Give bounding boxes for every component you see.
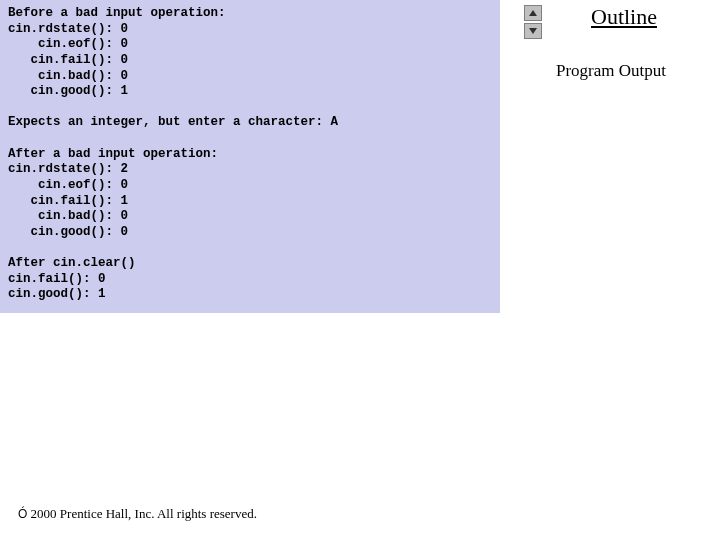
outline-nav-buttons [524, 5, 542, 39]
block2-line: cin.fail(): 1 [8, 194, 128, 208]
block1-line: cin.bad(): 0 [8, 69, 128, 83]
block3-header: After cin.clear() [8, 256, 136, 270]
prompt-line: Expects an integer, but enter a characte… [8, 115, 338, 129]
block1-line: cin.good(): 1 [8, 84, 128, 98]
block3-line: cin.fail(): 0 [8, 272, 106, 286]
svg-marker-0 [529, 10, 537, 16]
footer-text: 2000 Prentice Hall, Inc. All rights rese… [31, 506, 257, 521]
code-block: Before a bad input operation: cin.rdstat… [8, 6, 492, 303]
block2-line: cin.good(): 0 [8, 225, 128, 239]
block2-line: cin.rdstate(): 2 [8, 162, 128, 176]
block3-line: cin.good(): 1 [8, 287, 106, 301]
block2-line: cin.eof(): 0 [8, 178, 128, 192]
outline-prev-button[interactable] [524, 5, 542, 21]
footer-copyright: Ó 2000 Prentice Hall, Inc. All rights re… [18, 506, 257, 522]
outline-title[interactable]: Outline [548, 4, 720, 30]
svg-marker-1 [529, 28, 537, 34]
block1-line: cin.rdstate(): 0 [8, 22, 128, 36]
block2-line: cin.bad(): 0 [8, 209, 128, 223]
copyright-icon: Ó [18, 507, 27, 521]
triangle-up-icon [528, 9, 538, 17]
block1-line: cin.fail(): 0 [8, 53, 128, 67]
block1-line: cin.eof(): 0 [8, 37, 128, 51]
sidebar: Outline Program Output [520, 0, 720, 81]
block1-header: Before a bad input operation: [8, 6, 226, 20]
section-label: Program Output [520, 61, 720, 81]
triangle-down-icon [528, 27, 538, 35]
program-output-panel: Before a bad input operation: cin.rdstat… [0, 0, 500, 313]
block2-header: After a bad input operation: [8, 147, 218, 161]
outline-next-button[interactable] [524, 23, 542, 39]
